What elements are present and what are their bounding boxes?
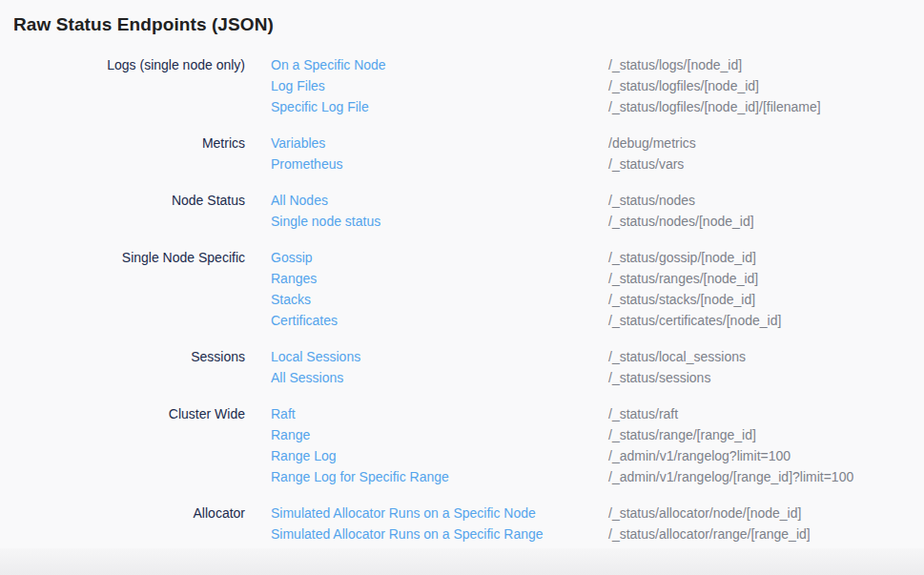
endpoint-path: /_status/gossip/[node_id] xyxy=(608,247,911,268)
endpoint-path: /_status/logs/[node_id] xyxy=(608,54,911,75)
endpoint-section: Metrics VariablesPrometheus /debug/metri… xyxy=(13,133,911,175)
endpoint-path: /_status/range/[range_id] xyxy=(608,424,911,445)
endpoint-link[interactable]: All Nodes xyxy=(271,190,608,211)
category-label: Node Status xyxy=(13,190,271,232)
endpoint-link[interactable]: Certificates xyxy=(271,310,608,331)
bottom-band xyxy=(0,548,924,575)
category-label: Logs (single node only) xyxy=(13,54,271,117)
endpoint-section: Node Status All NodesSingle node status … xyxy=(13,190,911,232)
endpoint-sections: Logs (single node only) On a Specific No… xyxy=(13,54,911,544)
category-label: Sessions xyxy=(13,346,271,388)
paths-column: /_status/allocator/node/[node_id]/_statu… xyxy=(608,503,911,544)
endpoint-path: /_status/certificates/[node_id] xyxy=(608,310,911,331)
paths-column: /debug/metrics/_status/vars xyxy=(608,133,911,175)
endpoint-link[interactable]: Specific Log File xyxy=(271,96,608,117)
endpoint-path: /_admin/v1/rangelog/[range_id]?limit=100 xyxy=(608,466,911,487)
endpoint-path: /_admin/v1/rangelog?limit=100 xyxy=(608,445,911,466)
paths-column: /_status/nodes/_status/nodes/[node_id] xyxy=(608,190,911,232)
links-column: GossipRangesStacksCertificates xyxy=(271,247,608,331)
endpoint-link[interactable]: All Sessions xyxy=(271,367,608,388)
endpoint-path: /_status/raft xyxy=(608,403,911,424)
endpoint-path: /_status/sessions xyxy=(608,367,911,388)
endpoint-link[interactable]: Prometheus xyxy=(271,154,608,175)
endpoint-link[interactable]: Stacks xyxy=(271,289,608,310)
endpoint-path: /_status/allocator/range/[range_id] xyxy=(608,524,911,544)
paths-column: /_status/logs/[node_id]/_status/logfiles… xyxy=(608,54,911,117)
endpoint-path: /_status/stacks/[node_id] xyxy=(608,289,911,310)
endpoint-link[interactable]: Raft xyxy=(271,403,608,424)
endpoint-path: /_status/logfiles/[node_id]/[filename] xyxy=(608,96,911,117)
links-column: RaftRangeRange LogRange Log for Specific… xyxy=(271,403,608,487)
endpoint-link[interactable]: Range Log xyxy=(271,445,608,466)
endpoint-path: /_status/vars xyxy=(608,154,911,175)
links-column: All NodesSingle node status xyxy=(271,190,608,232)
endpoint-link[interactable]: Simulated Allocator Runs on a Specific R… xyxy=(271,524,608,544)
endpoint-link[interactable]: On a Specific Node xyxy=(271,54,608,75)
endpoint-section: Allocator Simulated Allocator Runs on a … xyxy=(13,503,911,544)
endpoint-link[interactable]: Single node status xyxy=(271,211,608,232)
links-column: On a Specific NodeLog FilesSpecific Log … xyxy=(271,54,608,117)
endpoint-path: /_status/nodes/[node_id] xyxy=(608,211,911,232)
raw-status-endpoints-page: Raw Status Endpoints (JSON) Logs (single… xyxy=(0,0,924,544)
endpoint-link[interactable]: Gossip xyxy=(271,247,608,268)
endpoint-section: Single Node Specific GossipRangesStacksC… xyxy=(13,247,911,331)
endpoint-link[interactable]: Range Log for Specific Range xyxy=(271,466,608,487)
links-column: Local SessionsAll Sessions xyxy=(271,346,608,388)
endpoint-path: /_status/local_sessions xyxy=(608,346,911,367)
category-label: Allocator xyxy=(13,503,271,544)
endpoint-link[interactable]: Variables xyxy=(271,133,608,154)
paths-column: /_status/gossip/[node_id]/_status/ranges… xyxy=(608,247,911,331)
endpoint-link[interactable]: Ranges xyxy=(271,268,608,289)
links-column: Simulated Allocator Runs on a Specific N… xyxy=(271,503,608,544)
category-label: Single Node Specific xyxy=(13,247,271,331)
links-column: VariablesPrometheus xyxy=(271,133,608,175)
endpoint-link[interactable]: Range xyxy=(271,424,608,445)
endpoint-link[interactable]: Log Files xyxy=(271,75,608,96)
endpoint-link[interactable]: Simulated Allocator Runs on a Specific N… xyxy=(271,503,608,524)
endpoint-path: /debug/metrics xyxy=(608,133,911,154)
endpoint-path: /_status/allocator/node/[node_id] xyxy=(608,503,911,524)
endpoint-section: Cluster Wide RaftRangeRange LogRange Log… xyxy=(13,403,911,487)
category-label: Cluster Wide xyxy=(13,403,271,487)
endpoint-path: /_status/logfiles/[node_id] xyxy=(608,75,911,96)
endpoint-path: /_status/ranges/[node_id] xyxy=(608,268,911,289)
endpoint-section: Sessions Local SessionsAll Sessions /_st… xyxy=(13,346,911,388)
endpoint-link[interactable]: Local Sessions xyxy=(271,346,608,367)
category-label: Metrics xyxy=(13,133,271,175)
paths-column: /_status/local_sessions/_status/sessions xyxy=(608,346,911,388)
endpoint-section: Logs (single node only) On a Specific No… xyxy=(13,54,911,117)
endpoint-path: /_status/nodes xyxy=(608,190,911,211)
page-title: Raw Status Endpoints (JSON) xyxy=(13,12,911,36)
paths-column: /_status/raft/_status/range/[range_id]/_… xyxy=(608,403,911,487)
